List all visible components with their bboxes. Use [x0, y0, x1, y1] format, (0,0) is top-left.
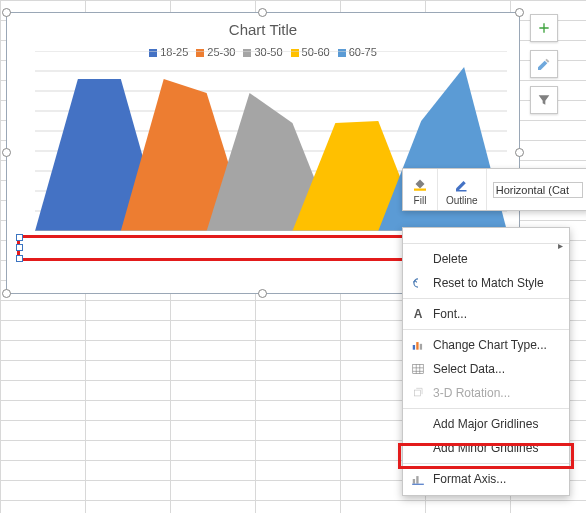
menu-delete[interactable]: Delete [403, 247, 569, 271]
svg-rect-41 [416, 476, 418, 484]
svg-rect-33 [414, 189, 426, 191]
menu-font[interactable]: A Font... [403, 302, 569, 326]
element-selector-input[interactable] [493, 182, 583, 198]
reset-icon [409, 274, 427, 292]
fill-label: Fill [414, 195, 427, 206]
menu-add-major-gridlines[interactable]: Add Major Gridlines [403, 412, 569, 436]
svg-rect-39 [415, 390, 421, 396]
menu-format-axis[interactable]: Format Axis... [403, 467, 569, 491]
mini-toolbar: Fill Outline [402, 168, 586, 211]
outline-button[interactable]: Outline [438, 169, 487, 210]
outline-label: Outline [446, 195, 478, 206]
format-axis-highlight [398, 443, 574, 469]
chart-styles-button[interactable] [530, 50, 558, 78]
fill-button[interactable]: Fill [403, 169, 438, 210]
table-icon [409, 360, 427, 378]
svg-rect-38 [413, 364, 424, 373]
svg-rect-40 [413, 479, 415, 484]
paint-bucket-icon [411, 175, 429, 193]
pen-icon [453, 175, 471, 193]
svg-rect-37 [420, 344, 422, 350]
chart-title[interactable]: Chart Title [7, 13, 519, 40]
chart-filter-button[interactable] [530, 86, 558, 114]
menu-change-chart-type[interactable]: Change Chart Type... [403, 333, 569, 357]
chart-type-icon [409, 336, 427, 354]
chart-element-selector[interactable] [487, 169, 586, 210]
format-axis-icon [409, 470, 427, 488]
svg-rect-36 [416, 342, 418, 350]
menu-select-data[interactable]: Select Data... [403, 357, 569, 381]
menu-reset-match-style[interactable]: Reset to Match Style [403, 271, 569, 295]
chart-side-buttons [530, 14, 558, 122]
chart-elements-button[interactable] [530, 14, 558, 42]
menu-3d-rotation: 3-D Rotation... [403, 381, 569, 405]
font-icon: A [409, 305, 427, 323]
menu-cut-disabled[interactable]: ▸ [403, 232, 569, 240]
svg-rect-35 [413, 345, 415, 350]
svg-rect-34 [456, 190, 467, 192]
rotation-icon [409, 384, 427, 402]
